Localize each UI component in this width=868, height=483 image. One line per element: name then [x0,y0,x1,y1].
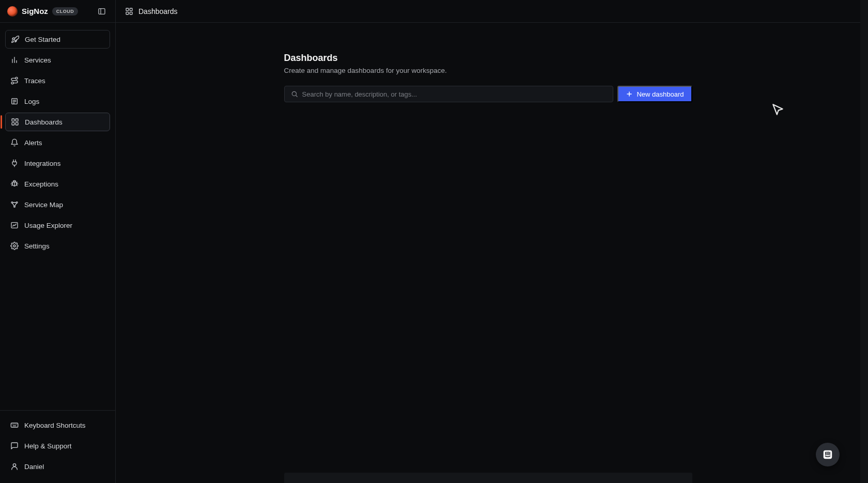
bell-icon [10,138,19,147]
sidebar-item-help-support[interactable]: Help & Support [5,437,110,455]
user-icon [10,462,19,471]
search-input[interactable] [302,90,607,98]
search-row: New dashboard [284,86,692,102]
sidebar-item-settings[interactable]: Settings [5,237,110,255]
sidebar-item-label: Daniel [24,463,44,471]
app-root: SigNoz CLOUD Get Started Services [0,0,868,483]
page-title: Dashboards [284,53,692,64]
sidebar-item-label: Services [24,56,51,64]
sidebar-item-label: Integrations [24,160,61,167]
sidebar: SigNoz CLOUD Get Started Services [0,0,116,483]
topbar: Dashboards [116,0,860,23]
brand-logo-icon [7,6,18,17]
svg-rect-13 [12,122,14,125]
sidebar-item-label: Dashboards [25,118,63,126]
content-wrap: Dashboards Create and manage dashboards … [116,23,860,483]
search-box[interactable] [284,86,614,102]
sidebar-item-label: Usage Explorer [24,222,72,229]
logs-icon [10,97,19,105]
svg-line-22 [16,185,17,185]
sidebar-item-service-map[interactable]: Service Map [5,195,110,214]
rocket-icon [11,35,19,43]
svg-rect-0 [99,8,105,14]
sidebar-collapse-button[interactable] [96,5,108,18]
sidebar-item-services[interactable]: Services [5,51,110,69]
intercom-icon [822,449,833,460]
sidebar-item-label: Settings [24,242,50,250]
topbar-title: Dashboards [138,7,178,15]
page-subtitle: Create and manage dashboards for your wo… [284,67,692,74]
brand-name: SigNoz [22,7,48,15]
sidebar-item-keyboard-shortcuts[interactable]: Keyboard Shortcuts [5,416,110,434]
svg-line-21 [12,185,13,185]
sidebar-item-label: Help & Support [24,442,72,450]
svg-point-39 [292,91,296,96]
route-icon [10,76,19,85]
sidebar-item-logs[interactable]: Logs [5,92,110,111]
map-icon [10,200,19,209]
sidebar-item-usage-explorer[interactable]: Usage Explorer [5,216,110,235]
svg-rect-12 [16,119,18,121]
gauge-icon [10,221,19,229]
sidebar-item-label: Get Started [25,36,60,43]
vertical-scrollbar[interactable] [860,0,868,483]
main-content: Dashboards Dashboards Create and manage … [116,0,860,483]
sidebar-item-label: Keyboard Shortcuts [24,422,86,429]
message-icon [10,442,19,450]
bug-icon [10,180,19,188]
content: Dashboards Create and manage dashboards … [284,53,692,483]
svg-line-40 [296,96,297,97]
sidebar-item-integrations[interactable]: Integrations [5,154,110,173]
svg-line-19 [12,182,13,183]
svg-rect-43 [824,450,832,459]
gear-icon [10,242,19,250]
sidebar-item-label: Logs [24,98,39,105]
sidebar-header: SigNoz CLOUD [0,0,115,23]
svg-rect-11 [12,119,14,121]
svg-point-27 [13,245,16,247]
new-dashboard-label: New dashboard [637,90,684,98]
sidebar-item-label: Service Map [24,201,63,209]
panel-left-icon [98,7,106,15]
svg-point-6 [16,77,18,79]
sidebar-item-exceptions[interactable]: Exceptions [5,175,110,193]
sidebar-item-alerts[interactable]: Alerts [5,133,110,152]
bottom-strip-inner [284,473,692,483]
svg-line-20 [16,182,17,183]
svg-point-34 [13,464,16,466]
svg-rect-28 [11,423,18,427]
tier-badge: CLOUD [52,7,79,15]
layout-grid-icon [11,118,19,126]
sidebar-item-get-started[interactable]: Get Started [5,30,110,49]
bar-chart-icon [10,56,19,64]
bottom-strip [116,473,860,483]
layout-grid-icon [125,7,133,15]
svg-rect-37 [126,12,129,14]
plus-icon [626,90,633,98]
sidebar-item-label: Exceptions [24,180,58,188]
sidebar-item-traces[interactable]: Traces [5,71,110,90]
svg-rect-38 [130,12,132,14]
sidebar-item-label: Traces [24,77,45,85]
new-dashboard-button[interactable]: New dashboard [617,86,692,102]
sidebar-nav: Get Started Services Traces Logs [0,23,115,410]
mouse-cursor-icon [771,103,785,116]
sidebar-item-user[interactable]: Daniel [5,457,110,476]
help-chat-button[interactable] [816,443,840,466]
plug-icon [10,159,19,167]
search-icon [291,90,298,98]
svg-rect-35 [126,8,129,11]
svg-rect-14 [16,122,18,125]
sidebar-item-dashboards[interactable]: Dashboards [5,113,110,131]
sidebar-footer: Keyboard Shortcuts Help & Support Daniel [0,410,115,483]
sidebar-item-label: Alerts [24,139,42,147]
keyboard-icon [10,421,19,429]
svg-rect-36 [130,8,132,11]
